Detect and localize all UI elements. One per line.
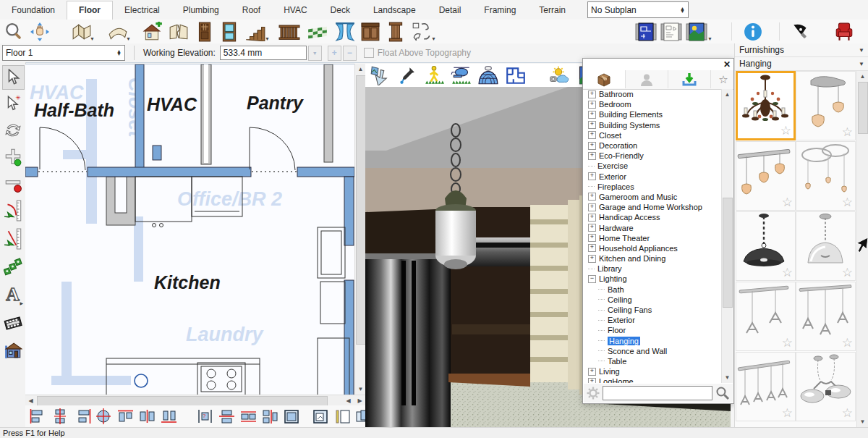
tree-item-hardware[interactable]: +Hardware	[584, 222, 721, 232]
tree-item-building-systems[interactable]: +Building Systems	[584, 120, 721, 130]
tree-item-label[interactable]: Hardware	[599, 224, 634, 232]
scroll-up-icon[interactable]: ▲	[722, 90, 733, 99]
tree-item-library[interactable]: Library	[584, 264, 721, 274]
expand-icon[interactable]: +	[588, 193, 596, 201]
tree-item-label[interactable]: Ceiling	[608, 295, 632, 304]
tab-electrical[interactable]: Electrical	[113, 1, 171, 20]
tree-item-household-appliances[interactable]: +Household Appliances	[584, 243, 721, 253]
dimension-tool-10-icon[interactable]	[239, 408, 258, 425]
expand-icon[interactable]: +	[588, 90, 596, 98]
tree-item-label[interactable]: Household Appliances	[599, 244, 678, 253]
dimension-tool-11-icon[interactable]	[260, 408, 279, 425]
select-arrow-icon[interactable]	[2, 65, 25, 90]
tree-item-hanging[interactable]: Hanging	[584, 336, 721, 346]
favorite-star-icon[interactable]: ☆	[842, 195, 853, 210]
tree-item-label[interactable]: Bathroom	[599, 90, 634, 98]
expand-icon[interactable]: +	[588, 244, 596, 252]
dimension-tool-4-icon[interactable]	[94, 408, 113, 425]
tree-item-label[interactable]: Handicap Access	[599, 213, 660, 222]
scroll-up-icon[interactable]: ▲	[857, 72, 868, 81]
tree-item-label[interactable]: Library	[597, 264, 622, 273]
dimension-tool-14-icon[interactable]	[333, 408, 352, 425]
tree-item-label[interactable]: Sconce and Wall	[608, 347, 667, 355]
favorites-star-icon[interactable]: ☆	[713, 70, 733, 89]
eyedropper-icon[interactable]	[396, 64, 417, 85]
tree-item-ceiling[interactable]: Ceiling	[584, 295, 721, 305]
tab-plumbing[interactable]: Plumbing	[171, 1, 231, 20]
tree-item-bedroom[interactable]: +Bedroom	[584, 99, 721, 109]
tree-item-exterior[interactable]: Exterior	[584, 315, 721, 325]
favorite-star-icon[interactable]: ☆	[842, 335, 853, 350]
tree-item-label[interactable]: Floor	[608, 326, 626, 334]
tree-item-label[interactable]: Kitchen and Dining	[599, 254, 665, 263]
terrain-icon[interactable]	[307, 21, 328, 42]
camera-view-icon[interactable]: ▼	[686, 21, 707, 42]
spinner-arrows-icon[interactable]: ▲▼	[680, 7, 685, 13]
polyline-tools-icon[interactable]: ▼	[411, 21, 433, 42]
expand-icon[interactable]: +	[588, 234, 596, 242]
tree-item-label[interactable]: Hanging	[608, 337, 640, 345]
user-catalog-tab[interactable]	[626, 70, 668, 88]
expand-icon[interactable]: +	[588, 172, 596, 180]
library-tree-scrollbar[interactable]: ▲ ▼	[721, 89, 733, 383]
tree-item-label[interactable]: Building Systems	[599, 121, 660, 130]
dimension-curve-icon[interactable]	[2, 199, 23, 222]
floor-plan-view[interactable]: HVAC Closet Office/BR 2 Laundry	[25, 64, 354, 395]
tree-item-label[interactable]: Bedroom	[599, 100, 631, 109]
furniture-library-icon[interactable]	[833, 21, 855, 42]
tree-item-label[interactable]: Fireplaces	[597, 182, 634, 191]
tree-item-label[interactable]: Exterior	[608, 316, 635, 324]
expand-icon[interactable]: +	[588, 203, 596, 211]
elevation-decrease-button[interactable]: −	[343, 46, 357, 61]
dimension-tool-13-icon[interactable]	[311, 408, 330, 425]
tree-item-label[interactable]: Ceiling Fans	[608, 306, 652, 314]
tree-item-bathroom[interactable]: +Bathroom	[584, 89, 721, 99]
delete-point-icon[interactable]	[2, 172, 23, 195]
plan-view-icon[interactable]	[635, 21, 657, 42]
tab-floor[interactable]: Floor	[67, 1, 113, 20]
expand-icon[interactable]: +	[588, 131, 596, 139]
window-icon[interactable]	[218, 21, 240, 42]
tree-item-label[interactable]: Eco-Friendly	[599, 151, 644, 160]
elevation-dropdown-button[interactable]: ▼	[308, 46, 322, 61]
railing-icon[interactable]	[278, 21, 300, 42]
add-exterior-room-icon[interactable]	[142, 21, 163, 42]
library-search-input[interactable]	[603, 386, 712, 400]
door-icon[interactable]	[194, 21, 216, 42]
dimension-line-icon[interactable]	[2, 227, 23, 250]
tree-item-label[interactable]: Garage and Home Workshop	[599, 203, 702, 211]
tree-item-living[interactable]: +Living	[584, 366, 721, 376]
gear-icon[interactable]	[587, 387, 600, 400]
wall-break-icon[interactable]	[168, 21, 190, 42]
tree-item-exterior[interactable]: +Exterior	[584, 172, 721, 182]
layout-view-icon[interactable]	[660, 21, 682, 42]
item-four-cone-track-pendant[interactable]: ☆	[736, 352, 796, 421]
tree-item-garage-and-home-workshop[interactable]: +Garage and Home Workshop	[584, 202, 721, 212]
dimension-tool-5-icon[interactable]	[116, 408, 135, 425]
tree-item-gameroom-and-music[interactable]: +Gameroom and Music	[584, 192, 721, 202]
item-dark-dome-pendant[interactable]: ☆	[736, 211, 796, 281]
favorite-star-icon[interactable]: ☆	[782, 405, 793, 421]
plan-horizontal-scrollbar[interactable]: ◀ ◀ ▶	[25, 395, 365, 406]
walkthrough-icon[interactable]	[423, 64, 445, 85]
tree-item-label[interactable]: Gameroom and Music	[599, 193, 677, 201]
scroll-down-icon[interactable]: ▼	[857, 417, 868, 426]
tree-item-loghome[interactable]: +LogHome	[584, 376, 721, 383]
library-title-bar[interactable]: ✕	[583, 59, 733, 70]
orbit-camera-icon[interactable]	[477, 64, 499, 85]
collapse-icon[interactable]: −	[588, 275, 596, 283]
expand-icon[interactable]: +	[588, 255, 596, 263]
expand-icon[interactable]: +	[588, 368, 596, 376]
column-icon[interactable]	[385, 21, 407, 42]
tab-foundation[interactable]: Foundation	[0, 1, 67, 20]
dimension-tool-8-icon[interactable]: ?	[195, 408, 214, 425]
tree-item-kitchen-and-dining[interactable]: +Kitchen and Dining	[584, 253, 721, 264]
expand-icon[interactable]: +	[588, 121, 596, 129]
select-similar-icon[interactable]: ✳	[2, 91, 23, 114]
expand-icon[interactable]: +	[588, 152, 596, 160]
terrain-path-icon[interactable]	[2, 255, 23, 278]
tree-item-label[interactable]: Living	[599, 367, 620, 376]
tree-item-building-elements[interactable]: +Building Elements	[584, 109, 721, 119]
tab-terrain[interactable]: Terrain	[527, 1, 577, 20]
expand-icon[interactable]: +	[588, 378, 596, 383]
